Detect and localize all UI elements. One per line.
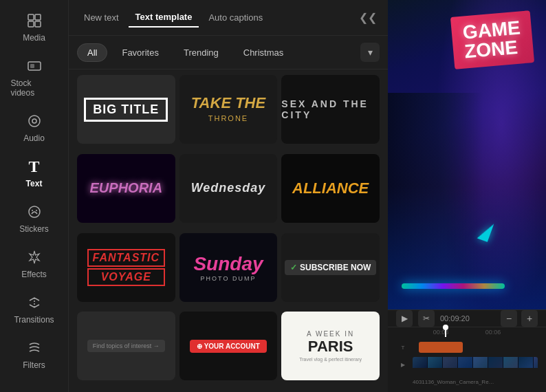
timeline-zoom-in-btn[interactable]: + (521, 310, 538, 327)
filter-christmas-btn[interactable]: Christmas (233, 43, 294, 62)
timeline-timestamp: 00:09:20 (440, 314, 470, 323)
media-icon (25, 11, 44, 30)
sidebar-effects-label: Effects (21, 270, 46, 279)
sidebar-item-media[interactable]: Media (4, 6, 65, 48)
template-your-account[interactable]: ⊕ YOUR ACCOUNT (179, 312, 278, 380)
svg-point-9 (32, 210, 33, 211)
svg-rect-3 (35, 21, 41, 27)
tab-auto-captions[interactable]: Auto captions (201, 8, 270, 27)
thumbnail-8 (518, 357, 534, 368)
video-track-name: 4031136_Woman_Camera_Retro_Looking_At_Ca… (413, 379, 495, 385)
sidebar-item-audio[interactable]: Audio (4, 106, 65, 149)
playhead[interactable] (445, 327, 446, 337)
track-row-video: ▶ (396, 357, 538, 372)
text-track-bar[interactable] (419, 342, 463, 353)
template-take-throne[interactable]: TAKE THE THRONE (179, 75, 278, 144)
right-panel: GAME ZONE ▶ ✂ 00:09:20 − + 00:03 00:06 (388, 0, 546, 392)
template-alliance[interactable]: ALLIANCE (281, 154, 380, 223)
preview-area: GAME ZONE (388, 0, 546, 309)
svg-point-6 (29, 116, 40, 127)
tab-bar: New text Text template Auto captions ❮❮ (69, 0, 388, 36)
template-wednesday[interactable]: Wednesday (179, 154, 278, 223)
template-sex-city[interactable]: SEX AND THE CITY (281, 75, 380, 144)
timeline-ruler: 00:03 00:06 (388, 327, 546, 337)
audio-icon (25, 111, 44, 131)
text-icon: T (25, 157, 44, 176)
sidebar-stock-label: Stock videos (11, 78, 58, 98)
video-track-bar[interactable] (413, 357, 538, 372)
template-find-topics[interactable]: Find topics of interest → (77, 312, 175, 380)
thumbnail-9 (534, 357, 538, 368)
timeline-scissors-btn[interactable]: ✂ (418, 310, 435, 327)
sidebar-filters-label: Filters (23, 360, 45, 370)
stickers-icon (25, 202, 44, 221)
playhead-handle[interactable] (443, 325, 448, 330)
sidebar-audio-label: Audio (23, 133, 45, 143)
transitions-icon (25, 293, 44, 312)
tabs-chevron-icon[interactable]: ❮❮ (356, 8, 380, 27)
sidebar-transitions-label: Transitions (14, 315, 54, 325)
timeline-zoom-out-btn[interactable]: − (501, 310, 517, 327)
thumbnail-6 (488, 357, 503, 368)
main-panel: New text Text template Auto captions ❮❮ … (69, 0, 388, 392)
sidebar: Media Stock videos Audio T Text (0, 0, 69, 392)
filter-bar: All Favorites Trending Christmas ▾ (69, 36, 388, 69)
effects-icon (25, 248, 44, 267)
ruler-mark-06: 00:06 (485, 329, 501, 336)
sidebar-text-label: Text (26, 179, 43, 188)
track-row-text: T (396, 340, 538, 355)
sidebar-item-transitions[interactable]: Transitions (4, 287, 65, 330)
timeline-tracks: T ▶ (388, 337, 546, 392)
filter-all-btn[interactable]: All (77, 43, 107, 62)
template-big-title[interactable]: BIG TITLE (77, 75, 175, 144)
svg-rect-1 (35, 14, 41, 20)
svg-rect-0 (28, 14, 34, 20)
timeline-play-btn[interactable]: ▶ (396, 310, 413, 327)
sidebar-item-text[interactable]: T Text (4, 151, 65, 194)
timeline-area: ▶ ✂ 00:09:20 − + 00:03 00:06 (388, 309, 546, 392)
svg-point-7 (32, 119, 36, 123)
sidebar-media-label: Media (23, 33, 45, 43)
stock-videos-icon (25, 56, 44, 76)
preview-background: GAME ZONE (388, 0, 546, 309)
svg-rect-2 (28, 21, 34, 27)
thumbnail-7 (503, 357, 518, 368)
sidebar-item-filters[interactable]: Filters (4, 333, 65, 375)
filter-favorites-btn[interactable]: Favorites (111, 43, 168, 62)
filters-icon (25, 338, 44, 358)
filter-trending-btn[interactable]: Trending (173, 43, 229, 62)
thumbnail-5 (473, 357, 488, 368)
timeline-toolbar: ▶ ✂ 00:09:20 − + (388, 310, 546, 327)
tab-text-template[interactable]: Text template (129, 8, 199, 28)
sidebar-item-stickers[interactable]: Stickers (4, 197, 65, 239)
thumbnail-4 (458, 357, 473, 368)
track-row-label: 4031136_Woman_Camera_Retro_Looking_At_Ca… (396, 374, 538, 389)
svg-rect-5 (30, 64, 34, 68)
template-sunday[interactable]: Sunday PHOTO DUMP (179, 233, 278, 302)
template-subscribe[interactable]: SUBSCRIBE NOW (281, 233, 380, 302)
thumbnail-2 (428, 357, 443, 368)
templates-grid: BIG TITLE TAKE THE THRONE SEX AND THE CI… (69, 69, 388, 392)
svg-point-10 (36, 210, 37, 211)
template-fantastic-voyage[interactable]: FANTASTIC VOYAGE (77, 233, 175, 302)
template-paris[interactable]: A WEEK IN PARIS Travel vlog & perfect it… (281, 312, 380, 380)
sidebar-item-stock-videos[interactable]: Stock videos (4, 51, 65, 103)
tab-new-text[interactable]: New text (77, 8, 126, 27)
thumbnail-3 (443, 357, 458, 368)
sidebar-stickers-label: Stickers (19, 224, 49, 234)
template-euphoria[interactable]: EUPHORIA (77, 154, 175, 223)
filter-expand-btn[interactable]: ▾ (360, 43, 380, 62)
thumbnail-1 (413, 357, 428, 368)
sidebar-item-effects[interactable]: Effects (4, 242, 65, 285)
game-zone-sign: GAME ZONE (450, 10, 534, 69)
